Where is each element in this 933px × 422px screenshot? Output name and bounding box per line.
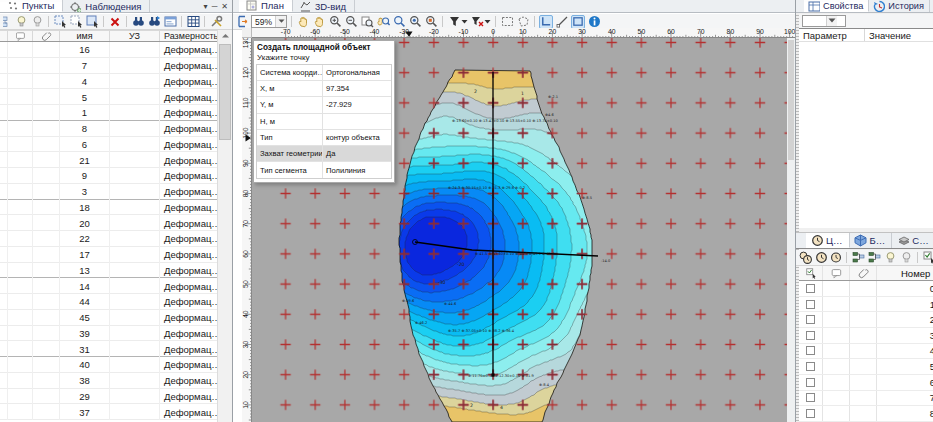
table-row[interactable]: 18 Деформац… [0,200,218,216]
table-row[interactable]: 37 Деформац… [0,404,218,420]
table-row[interactable]: 21 Деформац… [0,152,218,168]
cycle-row[interactable]: 4 [799,344,933,360]
zoom-window-icon[interactable] [360,15,374,29]
segment-mode-icon[interactable] [555,15,569,29]
tab-properties[interactable]: Свойства [804,0,869,12]
tooltip-value[interactable]: Полилиния [323,166,391,175]
tab-3d-view[interactable]: 3D-вид [293,0,355,12]
cycle-row[interactable]: 3 [799,328,933,344]
table-row[interactable]: 44 Деформац… [0,294,218,310]
tab-blocks[interactable]: Б… [850,233,893,248]
cycle-row[interactable]: 5 [799,359,933,375]
row-checkbox[interactable] [806,378,815,387]
header-number[interactable]: Номер [877,266,933,280]
row-checkbox[interactable] [806,331,815,340]
tab-plan[interactable]: План [239,0,293,12]
cell-dimension: Деформац… [160,121,218,137]
tab-layers[interactable]: С… [892,233,933,248]
zoom-out-icon[interactable] [344,15,358,29]
bulb-off2-icon[interactable] [899,251,913,265]
row-checkbox[interactable] [806,409,815,418]
table-row[interactable]: 38 Деформац… [0,373,218,389]
zoom-in-icon[interactable] [328,15,342,29]
cycle-row[interactable]: 2 [799,312,933,328]
table-row[interactable]: 1 Деформац… [0,105,218,121]
row-checkbox[interactable] [806,315,815,324]
table-row[interactable]: 4 Деформац… [0,74,218,90]
cycle-row[interactable]: 7 [799,391,933,407]
zoom-selected-icon[interactable] [424,15,438,29]
cycle-row[interactable]: 6 [799,375,933,391]
row-checkbox[interactable] [806,393,815,402]
filter-icon[interactable] [447,15,461,29]
cycle-prev-icon[interactable] [814,251,828,265]
table-row[interactable]: 40 Деформац… [0,357,218,373]
filter-off-icon[interactable] [470,15,484,29]
table-row[interactable]: 14 Деформац… [0,278,218,294]
ortho-mode-icon[interactable] [539,15,553,29]
filter-off-dropdown-icon[interactable] [483,15,491,29]
zoom-combo[interactable]: 59% [251,15,287,28]
scroll-up-icon[interactable] [218,30,232,42]
tooltip-value[interactable]: Да [323,149,391,158]
table-row[interactable]: 31 Деформац… [0,341,218,357]
table-row[interactable]: 39 Деформац… [0,326,218,342]
cycle-row[interactable]: 8 [799,406,933,422]
table-row[interactable]: 20 Деформац… [0,215,218,231]
header-value[interactable]: Значение [865,29,933,41]
tab-history[interactable]: История [869,0,930,12]
table-row[interactable]: 6 Деформац… [0,137,218,153]
cycle-icon[interactable] [830,251,842,265]
header-comment-cell[interactable] [823,266,850,280]
table-row[interactable]: 9 Деформац… [0,168,218,184]
check-select-icon[interactable] [922,251,933,265]
table-row[interactable]: 16 Деформац… [0,42,218,58]
bulb-on2-icon[interactable] [883,251,897,265]
table-row[interactable]: 5 Деформац… [0,89,218,105]
table-row[interactable]: 8 Деформац… [0,121,218,137]
tooltip-value[interactable]: -27.929 [323,100,391,109]
row-checkbox[interactable] [806,300,815,309]
left-scrollbar[interactable] [217,30,232,422]
filter-dropdown-icon[interactable] [460,15,468,29]
table-row[interactable]: 13 Деформац… [0,263,218,279]
table-row[interactable]: 22 Деформац… [0,231,218,247]
object-combo-arrow-icon[interactable] [826,16,837,26]
zoom-previous-icon[interactable] [392,15,406,29]
header-attachment-cell[interactable] [850,266,877,280]
canvas-scrollbar[interactable] [787,38,795,422]
table-row[interactable]: 45 Деформац… [0,310,218,326]
tab-cycles[interactable]: Ц… [806,233,850,248]
scrollbar-thumb[interactable] [219,44,231,140]
select-rect-icon[interactable] [500,15,514,29]
tooltip-value[interactable]: контур объекта [323,133,391,142]
net-icon[interactable] [851,251,865,265]
table-row[interactable]: 7 Деформац… [0,58,218,74]
tooltip-value[interactable]: 97.354 [323,84,391,93]
table-row[interactable]: 17 Деформац… [0,247,218,263]
cycles-all-icon[interactable] [798,251,812,265]
header-check-cell[interactable] [799,266,823,280]
row-checkbox[interactable] [806,362,815,371]
canvas-scrollbar-thumb[interactable] [788,40,794,160]
tooltip-value[interactable]: Ортогональная [323,68,391,77]
cycle-row[interactable]: 0 [799,281,933,297]
net2-icon[interactable] [867,251,881,265]
info-icon[interactable] [587,15,601,29]
pan-icon[interactable] [296,15,310,29]
cycle-row[interactable]: 1 [799,297,933,313]
select-contour-icon[interactable] [516,15,530,29]
object-combo[interactable] [802,15,846,27]
pan-realtime-icon[interactable] [312,15,326,29]
panel-close-button[interactable]: ✕ [221,2,228,11]
zoom-combo-arrow-icon[interactable] [275,16,286,27]
row-checkbox[interactable] [806,346,815,355]
zoom-all-icon[interactable] [408,15,422,29]
table-row[interactable]: 3 Деформац… [0,184,218,200]
fit-view-icon[interactable] [235,15,249,29]
header-parameter[interactable]: Параметр [799,29,865,41]
row-checkbox[interactable] [806,284,815,293]
rect-mode-icon[interactable] [571,15,585,29]
table-row[interactable]: 29 Деформац… [0,389,218,405]
zoom-pan-icon[interactable] [376,15,390,29]
